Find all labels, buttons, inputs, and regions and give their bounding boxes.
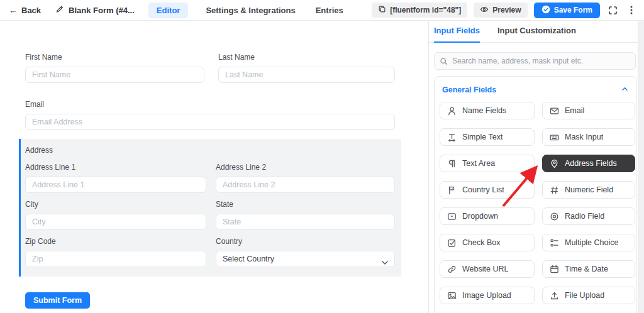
field-type-button[interactable]: Name Fields bbox=[440, 102, 535, 119]
name-fields-row[interactable]: First Name Last Name bbox=[25, 53, 395, 83]
field-type-label: Address Fields bbox=[565, 159, 617, 168]
editor-sidebar: Input Fields Input Customization General… bbox=[428, 21, 644, 313]
tab-editor[interactable]: Editor bbox=[148, 3, 189, 18]
field-type-label: Website URL bbox=[462, 265, 508, 273]
city-input[interactable] bbox=[25, 214, 206, 230]
field-type-button[interactable]: Simple Text bbox=[440, 128, 535, 146]
chevron-up-icon bbox=[621, 84, 629, 96]
image-icon bbox=[447, 291, 457, 300]
sidebar-tabs: Input Fields Input Customization bbox=[429, 21, 644, 43]
address-line2-input[interactable] bbox=[216, 177, 395, 193]
checkbox-icon bbox=[447, 238, 457, 248]
field-type-button[interactable]: Text Area bbox=[440, 155, 535, 172]
first-name-input[interactable] bbox=[25, 67, 204, 83]
field-type-button[interactable]: Address Fields bbox=[542, 155, 635, 172]
email-field-row[interactable]: Email bbox=[25, 100, 395, 130]
field-type-button[interactable]: Radio Field bbox=[542, 207, 635, 225]
first-name-label: First Name bbox=[25, 53, 204, 62]
general-fields-header[interactable]: General Fields bbox=[435, 77, 636, 96]
field-type-button[interactable]: Email bbox=[542, 102, 635, 119]
pencil-icon bbox=[56, 5, 64, 15]
back-arrow-icon: ← bbox=[9, 6, 18, 14]
field-type-button[interactable]: Check Box bbox=[440, 234, 535, 251]
field-type-button[interactable]: Dropdown bbox=[440, 207, 535, 225]
link-icon bbox=[447, 265, 457, 274]
field-type-label: Radio Field bbox=[565, 212, 604, 221]
fullscreen-icon[interactable] bbox=[606, 4, 619, 16]
field-type-label: Check Box bbox=[462, 238, 500, 247]
address-line2-label: Address Line 2 bbox=[216, 163, 395, 172]
zip-input[interactable] bbox=[25, 251, 206, 267]
copy-icon bbox=[378, 5, 386, 15]
general-fields-title: General Fields bbox=[442, 85, 496, 94]
tab-input-customization[interactable]: Input Customization bbox=[497, 21, 576, 43]
country-label: Country bbox=[216, 237, 395, 246]
check-circle-icon bbox=[541, 5, 550, 16]
field-type-button[interactable]: Mask Input bbox=[542, 128, 635, 146]
field-type-label: File Upload bbox=[565, 291, 604, 300]
email-input[interactable] bbox=[25, 114, 395, 130]
pilcrow-icon bbox=[447, 159, 457, 168]
field-type-button[interactable]: Numeric Field bbox=[542, 181, 635, 199]
user-icon bbox=[447, 106, 457, 116]
tab-input-fields[interactable]: Input Fields bbox=[434, 21, 480, 43]
field-type-label: Numeric Field bbox=[565, 185, 613, 194]
field-type-label: Time & Date bbox=[565, 265, 608, 273]
field-type-label: Text Area bbox=[462, 159, 495, 168]
search-input[interactable] bbox=[434, 52, 636, 70]
field-type-label: Name Fields bbox=[462, 106, 506, 115]
calendar-icon bbox=[550, 265, 559, 274]
preview-button[interactable]: Preview bbox=[474, 3, 527, 18]
state-input[interactable] bbox=[216, 214, 395, 230]
general-fields-panel: General Fields Name FieldsEmailSimple Te… bbox=[434, 76, 637, 313]
more-menu-icon[interactable] bbox=[625, 4, 638, 16]
address-fields-group[interactable]: Address Address Line 1 Address Line 2 Ci… bbox=[19, 139, 401, 277]
zip-label: Zip Code bbox=[25, 237, 206, 246]
field-type-label: Image Upload bbox=[462, 291, 511, 300]
address-line1-label: Address Line 1 bbox=[25, 163, 206, 172]
submit-form-button[interactable]: Submit Form bbox=[25, 292, 90, 309]
field-type-button[interactable]: Time & Date bbox=[542, 260, 635, 278]
last-name-input[interactable] bbox=[218, 67, 395, 83]
radio-icon bbox=[550, 212, 559, 221]
field-type-button[interactable]: Multiple Choice bbox=[542, 234, 635, 251]
country-select[interactable]: Select Country bbox=[216, 251, 395, 267]
tab-settings-integrations[interactable]: Settings & Integrations bbox=[203, 3, 297, 18]
sidebar-scrollbar[interactable] bbox=[638, 21, 644, 313]
email-label: Email bbox=[25, 100, 395, 109]
country-select-value: Select Country bbox=[223, 255, 274, 263]
tab-entries[interactable]: Entries bbox=[313, 3, 346, 18]
address-line1-input[interactable] bbox=[25, 177, 206, 193]
field-buttons-grid: Name FieldsEmailSimple TextMask InputTex… bbox=[435, 102, 636, 313]
field-type-button[interactable]: Country List bbox=[440, 181, 535, 199]
text-cursor-icon bbox=[447, 133, 457, 142]
multiple-choice-icon bbox=[550, 238, 559, 248]
upload-icon bbox=[550, 291, 559, 300]
dropdown-icon bbox=[447, 212, 457, 221]
top-bar: ← Back Blank Form (#4... Editor Settings… bbox=[0, 0, 644, 21]
shortcode-label: [fluentform id="48"] bbox=[390, 6, 461, 14]
flag-icon bbox=[447, 185, 457, 195]
back-label: Back bbox=[21, 6, 41, 15]
chevron-down-icon bbox=[382, 258, 388, 266]
form-title[interactable]: Blank Form (#4... bbox=[56, 5, 135, 15]
field-type-label: Email bbox=[565, 106, 584, 115]
keyboard-icon bbox=[550, 133, 559, 142]
preview-label: Preview bbox=[492, 6, 521, 14]
shortcode-button[interactable]: [fluentform id="48"] bbox=[372, 3, 467, 18]
field-type-label: Mask Input bbox=[565, 133, 603, 141]
back-button[interactable]: ← Back bbox=[9, 6, 41, 15]
search-icon bbox=[440, 57, 448, 68]
field-type-label: Multiple Choice bbox=[565, 238, 618, 247]
field-type-button[interactable]: File Upload bbox=[542, 287, 635, 304]
address-group-title: Address bbox=[25, 146, 401, 155]
eye-icon bbox=[480, 5, 489, 16]
field-type-button[interactable]: Website URL bbox=[440, 260, 535, 278]
field-type-button[interactable]: Image Upload bbox=[440, 287, 535, 304]
field-type-label: Country List bbox=[462, 185, 504, 194]
save-form-button[interactable]: Save Form bbox=[534, 3, 600, 18]
form-editor-canvas: First Name Last Name Email Address Addre… bbox=[0, 21, 428, 313]
envelope-icon bbox=[550, 106, 559, 116]
state-label: State bbox=[216, 200, 395, 209]
form-title-label: Blank Form (#4... bbox=[69, 6, 135, 15]
